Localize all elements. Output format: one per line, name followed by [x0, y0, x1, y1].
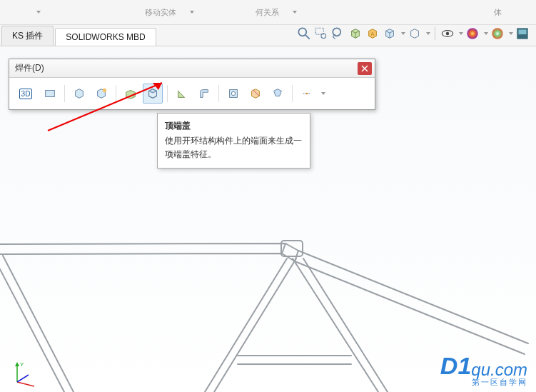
- ribbon-label-body: 体: [488, 7, 507, 18]
- prev-view-icon[interactable]: [330, 26, 346, 41]
- separator: [292, 85, 293, 102]
- svg-point-7: [446, 32, 449, 35]
- chevron-down-icon: [293, 11, 297, 14]
- svg-marker-23: [15, 362, 19, 366]
- eye-icon[interactable]: [440, 26, 455, 41]
- zoom-fit-icon[interactable]: [296, 26, 312, 41]
- svg-rect-11: [519, 30, 527, 35]
- weldment-button[interactable]: [40, 84, 60, 104]
- ribbon-label-move: 移动实体: [139, 7, 182, 18]
- toolbar-title: 焊件(D): [15, 62, 44, 74]
- display-style-icon[interactable]: [382, 26, 398, 41]
- svg-point-4: [333, 28, 340, 36]
- separator: [167, 85, 168, 102]
- svg-point-9: [492, 28, 502, 39]
- svg-point-16: [231, 91, 235, 95]
- svg-line-1: [305, 35, 310, 39]
- extrude-boss-button[interactable]: [121, 84, 141, 104]
- svg-text:A: A: [371, 31, 375, 37]
- chevron-down-icon[interactable]: [426, 32, 430, 35]
- svg-point-19: [306, 93, 308, 95]
- tooltip: 顶端盖 使用开环结构构件上的端面来生成一项端盖特征。: [157, 113, 310, 169]
- svg-text:Y: Y: [20, 361, 24, 368]
- toolbar-header[interactable]: 焊件(D): [9, 59, 375, 78]
- graphics-viewport[interactable]: 焊件(D) 3D 顶端盖 使用开环结构: [0, 47, 536, 392]
- svg-point-0: [298, 28, 306, 36]
- svg-point-8: [467, 28, 477, 39]
- reference-geom-button[interactable]: [297, 84, 317, 104]
- separator: [218, 85, 219, 102]
- hole-button[interactable]: [223, 84, 243, 104]
- watermark: D1qu.com 第一区自学网: [440, 352, 527, 388]
- chevron-down-icon: [190, 11, 194, 14]
- weldment-toolbar: 焊件(D) 3D: [9, 59, 375, 110]
- close-button[interactable]: [358, 62, 372, 75]
- svg-rect-2: [315, 28, 323, 34]
- tooltip-body: 使用开环结构构件上的端面来生成一项端盖特征。: [165, 134, 303, 161]
- close-icon: [361, 65, 368, 72]
- trim-extend-button[interactable]: [91, 84, 111, 104]
- separator: [116, 85, 116, 102]
- sketch-3d-button[interactable]: 3D: [14, 84, 38, 104]
- coordinate-triad[interactable]: Y: [11, 359, 40, 388]
- structural-member-button[interactable]: [69, 84, 89, 104]
- chamfer-button[interactable]: [268, 84, 288, 104]
- view-orientation-icon[interactable]: A: [365, 26, 380, 41]
- chevron-down-icon: [36, 11, 41, 14]
- ribbon-label-rel: 何关系: [250, 7, 285, 18]
- tab-mbd[interactable]: SOLIDWORKS MBD: [55, 28, 156, 46]
- separator: [64, 85, 65, 102]
- svg-rect-13: [46, 91, 55, 97]
- view-toolbar: A: [296, 26, 530, 41]
- appearance-icon[interactable]: [465, 26, 480, 41]
- watermark-brand: D1: [440, 352, 471, 380]
- zoom-area-icon[interactable]: [313, 26, 329, 41]
- separator: [435, 27, 435, 40]
- svg-line-25: [17, 382, 34, 386]
- svg-line-26: [17, 375, 29, 382]
- chevron-down-icon[interactable]: [321, 92, 325, 95]
- chevron-down-icon[interactable]: [459, 32, 463, 35]
- chevron-down-icon[interactable]: [401, 32, 405, 35]
- toolbar-body: 3D: [9, 78, 375, 109]
- svg-point-14: [103, 89, 106, 92]
- gusset-button[interactable]: [172, 84, 192, 104]
- watermark-domain: qu.com: [471, 360, 527, 379]
- chevron-down-icon[interactable]: [484, 32, 488, 35]
- tooltip-title: 顶端盖: [165, 119, 303, 133]
- tab-plugin[interactable]: KS 插件: [1, 26, 54, 46]
- fillet-bead-button[interactable]: [194, 84, 214, 104]
- ribbon-dropdown[interactable]: [182, 11, 200, 14]
- scene-icon[interactable]: [490, 26, 505, 41]
- ribbon-dropdown[interactable]: [29, 11, 46, 14]
- chevron-down-icon[interactable]: [509, 32, 513, 35]
- render-icon[interactable]: [515, 26, 530, 41]
- cut-extrude-button[interactable]: [246, 84, 266, 104]
- hide-show-icon[interactable]: [407, 26, 423, 41]
- ribbon-dropdown[interactable]: [285, 11, 303, 14]
- section-view-icon[interactable]: [348, 26, 363, 41]
- end-cap-button[interactable]: [143, 84, 163, 104]
- upper-ribbon: 移动实体 何关系 体: [0, 0, 536, 25]
